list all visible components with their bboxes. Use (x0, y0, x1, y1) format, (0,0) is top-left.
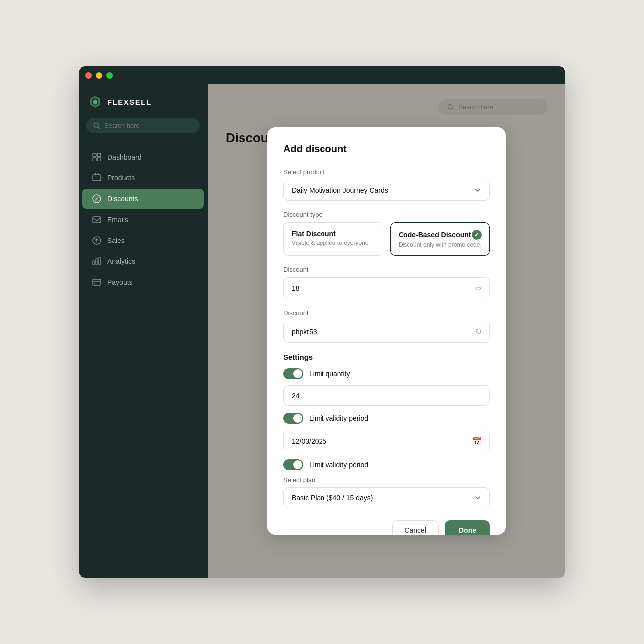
calendar-icon[interactable]: 📅 (472, 436, 482, 446)
discount-type-group: Discount type Flat Discount Visible & ap… (283, 211, 490, 256)
refresh-icon[interactable]: ↻ (475, 327, 482, 336)
svg-rect-14 (96, 259, 97, 265)
maximize-button[interactable] (106, 72, 113, 79)
sidebar: FLEXSELL (79, 84, 208, 578)
payouts-label: Payouts (107, 278, 133, 286)
svg-line-4 (98, 127, 99, 128)
nav-menu: Dashboard Products Discounts (79, 142, 208, 297)
close-button[interactable] (85, 72, 92, 79)
limit-quantity-row: Limit quantity (283, 368, 490, 379)
code-discount-card[interactable]: Code-Based Discount ✓ Discount only with… (390, 222, 490, 256)
payouts-icon (92, 278, 101, 287)
products-label: Products (107, 174, 135, 182)
analytics-icon (92, 257, 101, 266)
sidebar-search[interactable] (86, 118, 200, 133)
plan-chevron-down-icon (474, 494, 482, 502)
minimize-button[interactable] (96, 72, 102, 79)
product-select[interactable]: Daily Motivation Journey Cards (283, 180, 490, 201)
sidebar-item-discounts[interactable]: Discounts (82, 189, 204, 209)
sidebar-item-products[interactable]: Products (82, 168, 204, 188)
app-window: FLEXSELL (79, 66, 565, 578)
limit-quantity-toggle[interactable] (283, 368, 303, 379)
limit-validity-row-2: Limit validity period (283, 459, 490, 470)
plan-select-value: Basic Plan ($40 / 15 days) (292, 494, 373, 502)
emails-label: Emails (107, 216, 128, 224)
flat-discount-desc: Visible & applied to everyone (292, 240, 375, 246)
dashboard-icon (92, 153, 101, 161)
discount-value-group: Discount ⇔ (283, 266, 490, 299)
sidebar-item-emails[interactable]: Emails (82, 210, 204, 230)
code-discount-title: Code-Based Discount ✓ (399, 230, 482, 240)
chevron-down-icon (474, 186, 482, 194)
date-field[interactable]: 12/03/2025 📅 (283, 430, 490, 452)
promo-code-field[interactable]: ↻ (283, 321, 490, 343)
settings-section: Settings Limit quantity Limit vali (283, 353, 490, 508)
limit-validity-toggle[interactable] (283, 413, 303, 424)
sidebar-item-payouts[interactable]: Payouts (82, 272, 204, 292)
promo-code-group: Discount ↻ (283, 309, 490, 343)
discount-value-input[interactable] (292, 284, 475, 292)
limit-validity-label-2: Limit validity period (309, 461, 368, 469)
sales-label: Sales (107, 237, 125, 244)
logo-icon (88, 95, 102, 109)
select-plan-label: Select plan (283, 476, 490, 483)
cancel-button[interactable]: Cancel (392, 520, 439, 535)
sales-icon (92, 236, 101, 245)
svg-rect-5 (93, 153, 96, 157)
done-button[interactable]: Done (445, 520, 490, 535)
selected-checkmark: ✓ (472, 230, 482, 240)
main-content: Search here Discounts Add discount Selec… (208, 84, 565, 578)
percent-icon[interactable]: ⇔ (475, 284, 482, 293)
settings-label: Settings (283, 353, 490, 361)
discount-type-label: Discount type (283, 211, 490, 218)
product-select-value: Daily Motivation Journey Cards (292, 186, 388, 194)
search-icon (93, 122, 100, 129)
select-product-label: Select product (283, 168, 490, 176)
discounts-icon (92, 194, 101, 203)
search-input[interactable] (104, 122, 193, 129)
limit-validity-row: Limit validity period (283, 413, 490, 424)
svg-rect-11 (93, 217, 101, 223)
svg-rect-13 (93, 261, 94, 265)
modal-footer: Cancel Done (283, 520, 490, 535)
code-discount-desc: Discount only with promo code. (399, 242, 482, 248)
quantity-field[interactable] (283, 385, 490, 406)
svg-rect-16 (93, 279, 101, 285)
emails-icon (92, 215, 101, 224)
flat-discount-title: Flat Discount (292, 230, 375, 238)
select-product-group: Select product Daily Motivation Journey … (283, 168, 490, 201)
products-icon (92, 173, 101, 182)
plan-select[interactable]: Basic Plan ($40 / 15 days) (283, 487, 490, 508)
quantity-input[interactable] (292, 392, 482, 400)
dashboard-label: Dashboard (107, 153, 142, 161)
limit-validity-label: Limit validity period (309, 414, 368, 422)
svg-rect-7 (93, 158, 96, 161)
svg-rect-15 (99, 257, 100, 265)
discount-type-row: Flat Discount Visible & applied to every… (283, 222, 490, 256)
svg-rect-6 (97, 153, 101, 157)
app-layout: FLEXSELL (79, 84, 565, 578)
add-discount-modal: Add discount Select product Daily Motiva… (267, 127, 506, 535)
sidebar-item-dashboard[interactable]: Dashboard (82, 147, 204, 167)
sidebar-item-sales[interactable]: Sales (82, 231, 204, 250)
titlebar (79, 66, 565, 84)
svg-point-17 (94, 283, 95, 284)
limit-quantity-label: Limit quantity (309, 370, 350, 378)
discounts-label: Discounts (107, 195, 138, 203)
promo-code-input[interactable] (292, 328, 475, 336)
discount-value-label: Discount (283, 266, 490, 273)
svg-rect-8 (97, 158, 101, 161)
sidebar-header: FLEXSELL (79, 84, 208, 118)
logo-text: FLEXSELL (107, 98, 152, 106)
limit-validity-toggle-2[interactable] (283, 459, 303, 470)
flat-discount-card[interactable]: Flat Discount Visible & applied to every… (283, 222, 383, 256)
modal-overlay: Add discount Select product Daily Motiva… (208, 84, 565, 578)
modal-title: Add discount (283, 143, 490, 155)
date-value: 12/03/2025 (292, 437, 326, 445)
sidebar-item-analytics[interactable]: Analytics (82, 251, 204, 271)
analytics-label: Analytics (107, 257, 135, 265)
svg-rect-9 (93, 175, 101, 181)
discount-value-field[interactable]: ⇔ (283, 277, 490, 299)
promo-code-label: Discount (283, 309, 490, 317)
